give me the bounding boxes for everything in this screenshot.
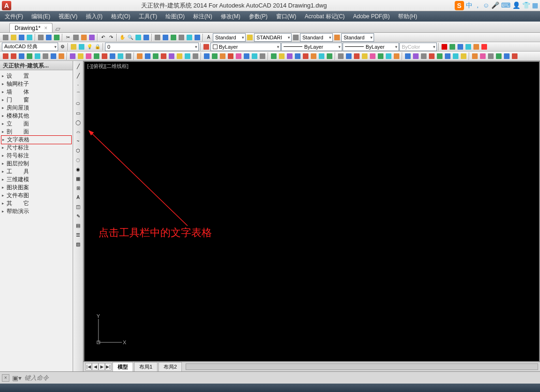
copy-icon[interactable]	[72, 34, 80, 41]
tree-item-13[interactable]: 三维建模	[1, 176, 72, 184]
tangent-tool-8[interactable]	[69, 52, 76, 60]
hscroll-track[interactable]	[186, 363, 538, 370]
polar-icon[interactable]	[465, 43, 472, 51]
tangent-tool-16[interactable]	[136, 52, 143, 60]
workspace-dropdown[interactable]: AutoCAD 经典	[2, 43, 58, 51]
menu-modify[interactable]: 修改(M)	[221, 13, 240, 21]
tangent-tool-6[interactable]	[50, 52, 57, 60]
tangent-tool-0[interactable]	[2, 52, 9, 60]
draw-tool-8[interactable]: ~	[74, 137, 82, 145]
save-icon[interactable]	[18, 34, 25, 41]
draw-tool-7[interactable]: ⌓	[74, 127, 82, 136]
layerfreeze-icon[interactable]	[78, 43, 85, 51]
draw-tool-0[interactable]: ╱	[74, 62, 82, 70]
osnap-icon[interactable]	[472, 43, 480, 51]
tangent-tool-12[interactable]	[101, 52, 108, 60]
mleaderstyle-icon[interactable]	[333, 34, 341, 41]
layeroff-icon[interactable]: 💡	[86, 43, 93, 51]
mleaderstyle-dropdown[interactable]: Standard	[341, 33, 374, 42]
tangent-tool-28[interactable]	[235, 52, 242, 60]
tangent-tool-18[interactable]	[152, 52, 159, 60]
tangent-tool-3[interactable]	[26, 52, 33, 60]
menu-adobepdf[interactable]: Adobe PDF(B)	[353, 13, 390, 20]
tangent-tool-41[interactable]	[345, 52, 352, 60]
tangent-tool-55[interactable]	[460, 52, 467, 60]
menu-dimension[interactable]: 标注(N)	[193, 13, 212, 21]
sheetset-icon[interactable]	[178, 34, 185, 41]
tangent-tool-29[interactable]	[243, 52, 250, 60]
ime-user-icon[interactable]: 👤	[512, 1, 520, 10]
paste-icon[interactable]	[80, 34, 88, 41]
ime-grid-icon[interactable]: ▦	[532, 1, 538, 10]
tangent-tool-27[interactable]	[227, 52, 234, 60]
publish-icon[interactable]	[53, 34, 60, 41]
draw-tool-10[interactable]: ◌	[74, 155, 82, 164]
menu-format[interactable]: 格式(O)	[111, 13, 130, 21]
tangent-tool-57[interactable]	[479, 52, 487, 60]
draw-tool-16[interactable]: ✎	[74, 212, 82, 220]
menu-window[interactable]: 窗口(W)	[276, 13, 296, 21]
menu-parametric[interactable]: 参数(P)	[249, 13, 268, 21]
print-icon[interactable]	[37, 34, 45, 41]
draw-tool-17[interactable]: ▤	[74, 221, 82, 229]
menu-view[interactable]: 视图(V)	[59, 13, 77, 21]
tangent-tool-4[interactable]	[34, 52, 41, 60]
draw-tool-19[interactable]: ▧	[74, 240, 82, 248]
linetype-dropdown[interactable]: ByLayer	[281, 43, 342, 51]
ime-smile-icon[interactable]: ☺	[483, 1, 489, 10]
tangent-tool-32[interactable]	[270, 52, 278, 60]
draw-tool-13[interactable]: ⊞	[74, 184, 82, 192]
tangent-tool-11[interactable]	[93, 52, 100, 60]
menu-draw[interactable]: 绘图(D)	[165, 13, 185, 21]
command-input[interactable]	[24, 374, 538, 381]
tab-next-button[interactable]: ▶	[98, 363, 105, 370]
textstyle-dropdown[interactable]: Standard	[213, 33, 246, 42]
draw-tool-9[interactable]: ⬡	[74, 146, 82, 155]
tangent-tool-52[interactable]	[436, 52, 443, 60]
zoomprev-icon[interactable]	[142, 34, 150, 41]
tree-item-10[interactable]: 符号标注	[1, 152, 72, 160]
tangent-tool-51[interactable]	[428, 52, 435, 60]
draw-tool-14[interactable]: A	[74, 193, 82, 201]
quickcalc-icon[interactable]	[194, 34, 201, 41]
draw-tool-11[interactable]: ◉	[74, 165, 82, 173]
tangent-tool-23[interactable]	[192, 52, 199, 60]
tangent-tool-7[interactable]	[58, 52, 65, 60]
annoscale-icon[interactable]: A	[205, 34, 212, 41]
tangent-tool-59[interactable]	[495, 52, 502, 60]
tangent-tool-37[interactable]	[310, 52, 317, 60]
tree-item-6[interactable]: 立 面	[1, 120, 72, 128]
zoom-icon[interactable]: 🔍	[127, 34, 134, 41]
tangent-tool-53[interactable]	[444, 52, 451, 60]
menu-file[interactable]: 文件(F)	[5, 13, 23, 21]
tangent-tool-26[interactable]	[219, 52, 226, 60]
pan-icon[interactable]: ✋	[119, 34, 126, 41]
otrack-icon[interactable]	[480, 43, 488, 51]
tangent-tool-61[interactable]	[511, 52, 518, 60]
tangent-tool-35[interactable]	[294, 52, 301, 60]
toolpalette-icon[interactable]	[170, 34, 177, 41]
tangent-tool-33[interactable]	[278, 52, 285, 60]
tangent-tool-34[interactable]	[286, 52, 293, 60]
designcenter-icon[interactable]	[162, 34, 169, 41]
tangent-tool-9[interactable]	[77, 52, 84, 60]
markup-icon[interactable]	[186, 34, 193, 41]
tangent-tool-24[interactable]	[203, 52, 210, 60]
properties-icon[interactable]	[154, 34, 161, 41]
redo-icon[interactable]: ↷	[107, 34, 115, 41]
tree-item-2[interactable]: 墙 体	[1, 88, 72, 96]
tangent-tool-43[interactable]	[361, 52, 368, 60]
tangent-tool-14[interactable]	[117, 52, 124, 60]
tangent-tool-13[interactable]	[109, 52, 116, 60]
grid-icon[interactable]	[441, 43, 448, 51]
tree-item-11[interactable]: 图层控制	[1, 160, 72, 168]
tangent-tool-20[interactable]	[168, 52, 175, 60]
tab-model[interactable]: 模型	[112, 362, 133, 371]
viewport[interactable]: [-][俯视][二维线框] YX 点击工具栏中的文字表格	[84, 62, 539, 361]
tree-item-5[interactable]: 楼梯其他	[1, 112, 72, 120]
tab-prev-button[interactable]: ◀	[92, 363, 98, 370]
dimstyle-icon[interactable]	[246, 34, 254, 41]
tangent-tool-22[interactable]	[184, 52, 191, 60]
tangent-tool-40[interactable]	[337, 52, 345, 60]
tab-first-button[interactable]: |◀	[85, 363, 92, 370]
